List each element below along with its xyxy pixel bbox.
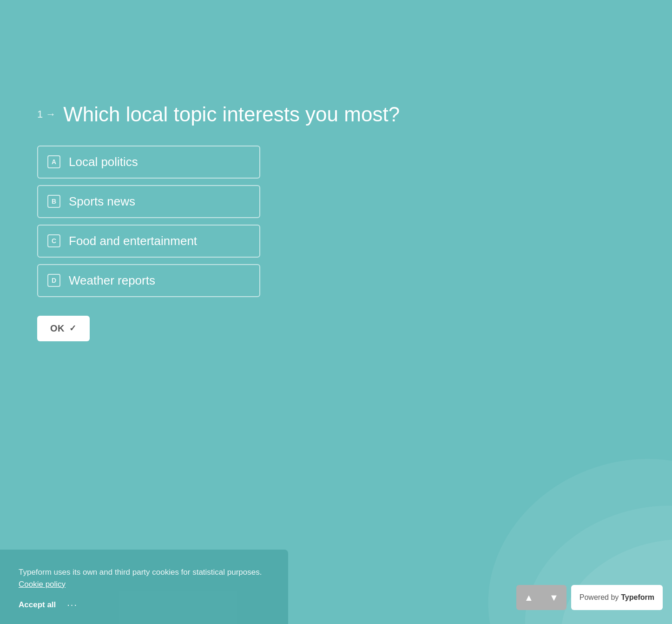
question-arrow: → (46, 108, 56, 120)
powered-by-badge: Powered by Typeform (571, 585, 663, 610)
chevron-up-icon: ▲ (524, 592, 534, 603)
cookie-text: Typeform uses its own and third party co… (19, 566, 270, 590)
cookie-more-button[interactable]: ··· (67, 599, 78, 610)
nav-down-button[interactable]: ▼ (541, 585, 567, 610)
bottom-right-controls: ▲ ▼ Powered by Typeform (516, 585, 663, 610)
cookie-banner: Typeform uses its own and third party co… (0, 550, 288, 624)
question-header: 1 → Which local topic interests you most… (37, 102, 409, 127)
option-item-c[interactable]: CFood and entertainment (37, 225, 260, 258)
option-label-d: Weather reports (69, 273, 155, 288)
chevron-down-icon: ▼ (549, 592, 559, 603)
options-list: ALocal politicsBSports newsCFood and ent… (37, 146, 409, 297)
option-key-a: A (47, 155, 60, 168)
accept-all-button[interactable]: Accept all (19, 600, 56, 610)
option-item-a[interactable]: ALocal politics (37, 146, 260, 179)
nav-buttons: ▲ ▼ (516, 585, 567, 610)
main-content: 1 → Which local topic interests you most… (37, 102, 409, 341)
question-number: 1 (37, 108, 43, 120)
option-label-b: Sports news (69, 194, 135, 209)
option-label-c: Food and entertainment (69, 234, 197, 248)
ok-label: OK (50, 323, 65, 334)
cookie-policy-link[interactable]: Cookie policy (19, 580, 66, 589)
option-label-a: Local politics (69, 155, 138, 169)
option-key-b: B (47, 195, 60, 208)
ok-button[interactable]: OK ✓ (37, 316, 90, 341)
option-item-d[interactable]: DWeather reports (37, 264, 260, 297)
ok-check-icon: ✓ (69, 323, 77, 333)
option-key-d: D (47, 274, 60, 287)
option-item-b[interactable]: BSports news (37, 185, 260, 218)
question-text: Which local topic interests you most? (63, 102, 400, 127)
nav-up-button[interactable]: ▲ (516, 585, 541, 610)
powered-by-brand: Typeform (621, 593, 654, 602)
cookie-actions: Accept all ··· (19, 599, 270, 610)
option-key-c: C (47, 234, 60, 247)
powered-by-prefix: Powered by (580, 593, 619, 602)
